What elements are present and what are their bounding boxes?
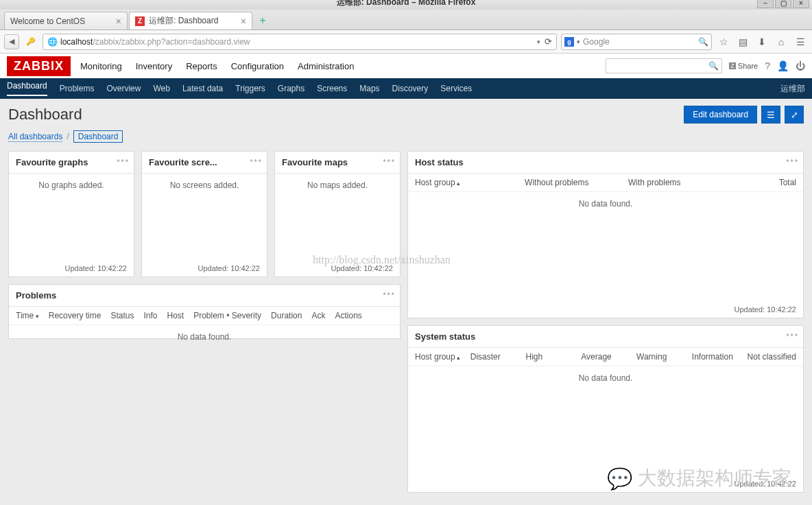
subnav-graphs[interactable]: Graphs — [278, 84, 304, 93]
widget-menu-icon[interactable]: ••• — [786, 330, 799, 340]
menu-icon[interactable]: ☰ — [793, 36, 808, 47]
col-not-classified[interactable]: Not classified — [748, 352, 796, 362]
host-status-nodata: No data found. — [408, 192, 803, 215]
browser-tabbar: Welcome to CentOS × Z 运维部: Dashboard × + — [0, 10, 812, 30]
subnav-maps[interactable]: Maps — [359, 84, 379, 93]
widget-menu-icon[interactable]: ••• — [383, 289, 396, 298]
col-high[interactable]: High — [526, 352, 572, 362]
zabbix-search[interactable]: 🔍 — [606, 58, 722, 73]
nav-inventory[interactable]: Inventory — [136, 54, 172, 78]
search-icon: 🔍 — [708, 61, 719, 71]
col-info[interactable]: Info — [143, 311, 157, 320]
col-with-problems[interactable]: With problems — [610, 178, 699, 187]
address-bar[interactable]: 🌐 localhost /zabbix/zabbix.php?action=da… — [43, 34, 557, 50]
tab-close-icon[interactable]: × — [241, 16, 246, 27]
widget-menu-icon[interactable]: ••• — [383, 156, 396, 165]
subnav-discovery[interactable]: Discovery — [392, 84, 429, 93]
page-content: Dashboard Edit dashboard ☰ ⤢ All dashboa… — [0, 99, 812, 505]
col-host-group[interactable]: Host group — [415, 352, 461, 362]
google-icon: g — [564, 37, 574, 47]
subnav-overview[interactable]: Overview — [106, 84, 141, 93]
col-status[interactable]: Status — [110, 311, 134, 320]
window-maximize-button[interactable]: ▢ — [775, 0, 791, 8]
reload-button[interactable]: ⟳ — [545, 36, 552, 47]
browser-search[interactable]: g ▾ Google 🔍 — [561, 34, 712, 50]
bookmark-star-icon[interactable]: ☆ — [716, 36, 731, 47]
col-time[interactable]: Time — [16, 311, 39, 320]
nav-reports[interactable]: Reports — [186, 54, 217, 78]
system-status-nodata: No data found. — [408, 366, 803, 390]
back-button[interactable]: ◀ — [4, 34, 19, 49]
widget-title: Problems — [16, 290, 56, 301]
widget-updated: Updated: 10:42:22 — [408, 301, 803, 318]
breadcrumb-all-dashboards[interactable]: All dashboards — [8, 132, 62, 142]
col-duration[interactable]: Duration — [271, 311, 302, 320]
share-link[interactable]: ZShare — [729, 62, 758, 70]
fullscreen-button[interactable]: ⤢ — [785, 106, 804, 124]
breadcrumb: All dashboards / Dashboard — [8, 130, 804, 143]
clipboard-icon[interactable]: ▤ — [735, 36, 750, 47]
search-icon[interactable]: 🔍 — [698, 37, 708, 47]
widget-menu-icon[interactable]: ••• — [250, 156, 263, 165]
nav-configuration[interactable]: Configuration — [231, 54, 284, 78]
col-host-group[interactable]: Host group — [415, 178, 503, 187]
widget-updated: Updated: 10:42:22 — [275, 260, 400, 277]
col-total[interactable]: Total — [708, 178, 797, 187]
user-icon[interactable]: 👤 — [777, 60, 789, 71]
col-disaster[interactable]: Disaster — [470, 352, 516, 362]
page-title: Dashboard — [8, 106, 82, 124]
nav-administration[interactable]: Administration — [298, 54, 354, 78]
browser-tab-2[interactable]: Z 运维部: Dashboard × — [129, 12, 252, 30]
subnav-latest-data[interactable]: Latest data — [182, 84, 223, 93]
subnav-screens[interactable]: Screens — [317, 84, 347, 93]
col-actions[interactable]: Actions — [335, 311, 361, 320]
col-information[interactable]: Information — [692, 352, 738, 362]
browser-toolbar: ◀ 🔑 🌐 localhost /zabbix/zabbix.php?actio… — [0, 30, 812, 54]
col-problem-severity[interactable]: Problem • Severity — [193, 311, 261, 320]
widget-updated: Updated: 10:42:22 — [9, 260, 134, 277]
window-close-button[interactable]: × — [793, 0, 809, 8]
widget-menu-icon[interactable]: ••• — [117, 156, 130, 165]
security-icon[interactable]: 🔑 — [23, 34, 38, 49]
widget-menu-icon[interactable]: ••• — [786, 156, 799, 165]
host-status-table-header: Host group Without problems With problem… — [408, 174, 803, 192]
widget-favourite-graphs: Favourite graphs••• No graphs added. Upd… — [8, 151, 134, 277]
search-dropdown-icon[interactable]: ▾ — [577, 38, 580, 45]
url-dropdown-icon[interactable]: ▾ — [537, 38, 540, 45]
tab-close-icon[interactable]: × — [116, 16, 121, 27]
subnav-web[interactable]: Web — [153, 84, 169, 93]
subnav-problems[interactable]: Problems — [60, 84, 95, 93]
browser-tab-1[interactable]: Welcome to CentOS × — [4, 12, 128, 30]
widget-title: System status — [415, 331, 475, 342]
col-average[interactable]: Average — [581, 352, 627, 362]
help-icon[interactable]: ? — [765, 60, 770, 71]
search-placeholder: Google — [583, 37, 610, 47]
subnav-dashboard[interactable]: Dashboard — [7, 81, 47, 96]
globe-icon: 🌐 — [47, 37, 58, 47]
home-icon[interactable]: ⌂ — [774, 36, 789, 47]
downloads-icon[interactable]: ⬇ — [754, 36, 769, 47]
col-warning[interactable]: Warning — [636, 352, 682, 362]
col-without-problems[interactable]: Without problems — [513, 178, 601, 187]
window-title-text: 运维部: Dashboard – Mozilla Firefox — [337, 0, 476, 7]
widget-problems: Problems••• Time Recovery time Status In… — [8, 284, 401, 339]
widget-title: Favourite graphs — [16, 157, 88, 167]
edit-dashboard-button[interactable]: Edit dashboard — [684, 106, 757, 124]
widget-empty-text: No graphs added. — [9, 174, 134, 260]
power-icon[interactable]: ⏻ — [796, 60, 805, 71]
window-minimize-button[interactable]: – — [757, 0, 774, 8]
widget-empty-text: No screens added. — [142, 174, 267, 260]
col-host[interactable]: Host — [167, 311, 184, 320]
widget-system-status: System status••• Host group Disaster Hig… — [407, 325, 804, 493]
col-recovery-time[interactable]: Recovery time — [49, 311, 102, 320]
col-ack[interactable]: Ack — [311, 311, 325, 320]
zabbix-main-nav: Monitoring Inventory Reports Configurati… — [80, 54, 354, 78]
nav-monitoring[interactable]: Monitoring — [80, 54, 122, 78]
breadcrumb-separator: / — [67, 132, 69, 141]
subnav-triggers[interactable]: Triggers — [235, 84, 265, 93]
list-view-button[interactable]: ☰ — [761, 106, 780, 124]
subnav-services[interactable]: Services — [440, 84, 472, 93]
zabbix-logo[interactable]: ZABBIX — [7, 56, 71, 76]
zabbix-sub-nav: Dashboard Problems Overview Web Latest d… — [0, 78, 812, 99]
new-tab-button[interactable]: + — [256, 14, 269, 27]
